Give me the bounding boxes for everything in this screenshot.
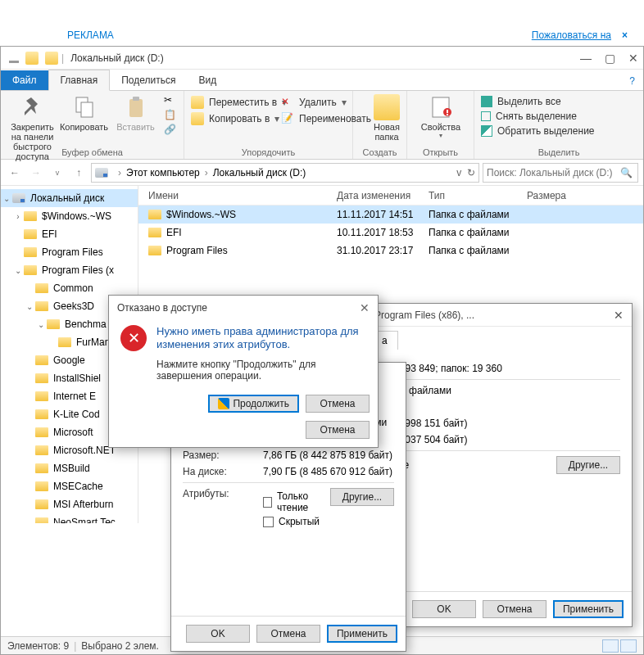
quick-folder-icon[interactable] <box>25 52 39 65</box>
forward-button[interactable]: → <box>27 164 45 182</box>
search-input[interactable] <box>487 167 634 178</box>
cancel-button[interactable]: Отмена <box>306 395 370 413</box>
help-button[interactable]: ? <box>621 72 643 90</box>
file-row[interactable]: EFI10.11.2017 18:53Папка с файлами <box>138 224 643 242</box>
file-name: $Windows.~WS <box>166 209 236 220</box>
ok-button[interactable]: OK <box>186 625 250 643</box>
expand-icon[interactable]: ⌄ <box>24 302 35 311</box>
tree-item[interactable]: ⌄Локальный диск <box>1 189 138 207</box>
file-row[interactable]: $Windows.~WS11.11.2017 14:51Папка с файл… <box>138 206 643 224</box>
folder-icon <box>35 409 48 419</box>
ad-close[interactable]: × <box>622 29 628 41</box>
rename-icon: 📝 <box>281 112 294 125</box>
tree-label: Локальный диск <box>30 192 104 204</box>
address-field[interactable]: › Этот компьютер › Локальный диск (D:) v… <box>91 163 479 183</box>
up-button[interactable]: ↑ <box>70 164 88 182</box>
file-row[interactable]: Program Files31.10.2017 23:17Папка с фай… <box>138 242 643 260</box>
complain-link[interactable]: Пожаловаться на <box>532 29 611 41</box>
paste-shortcut-icon[interactable]: 🔗 <box>164 124 177 137</box>
other-button[interactable]: Другие... <box>556 456 620 474</box>
cut-icon[interactable]: ✂ <box>164 94 177 107</box>
tab-file[interactable]: Файл <box>1 70 48 90</box>
readonly-checkbox[interactable]: Только чтение <box>263 490 330 513</box>
minimize-button[interactable]: — <box>580 52 592 65</box>
paste-icon <box>123 94 149 120</box>
organize-caption: Упорядочить <box>184 147 352 157</box>
hidden-checkbox[interactable]: Скрытый <box>263 516 330 527</box>
folder-icon <box>35 499 48 509</box>
new-folder-button[interactable]: Новая папка <box>360 94 414 142</box>
ad-bar: РЕКЛАМА Пожаловаться на × <box>0 29 644 44</box>
apply-button[interactable]: Применить <box>553 600 624 618</box>
tree-item[interactable]: MSI Afterburn <box>1 495 138 513</box>
ok-button[interactable]: OK <box>412 600 476 618</box>
expand-icon[interactable]: › <box>12 212 24 221</box>
close-button[interactable]: ✕ <box>614 309 624 322</box>
tab-home[interactable]: Главная <box>48 70 111 91</box>
close-button[interactable]: ✕ <box>360 301 370 314</box>
properties-icon <box>428 94 454 120</box>
col-type[interactable]: Тип <box>419 190 517 201</box>
col-name[interactable]: Имени <box>138 190 327 201</box>
tree-label: K-Lite Cod <box>53 409 100 420</box>
properties-button[interactable]: Свойства ▾ <box>414 94 468 139</box>
tree-label: Google <box>53 355 85 366</box>
tree-item[interactable]: ›$Windows.~WS <box>1 207 138 225</box>
search-field[interactable]: 🔍 <box>483 163 638 183</box>
select-all-button[interactable]: Выделить все <box>481 96 637 107</box>
cancel-button-2[interactable]: Отмена <box>306 421 370 439</box>
delete-icon: ✕ <box>281 96 294 109</box>
tree-label: FurMar <box>76 337 108 348</box>
file-name: EFI <box>166 227 182 238</box>
view-details-button[interactable] <box>602 639 619 653</box>
tree-item[interactable]: MSBuild <box>1 459 138 477</box>
tree-item[interactable]: EFI <box>1 225 138 243</box>
expand-icon[interactable]: ⌄ <box>1 194 12 203</box>
tree-item[interactable]: ⌄Program Files (x <box>1 261 138 279</box>
view-icons-button[interactable] <box>620 639 637 653</box>
breadcrumb-root[interactable]: Этот компьютер <box>126 167 200 178</box>
col-date[interactable]: Дата изменения <box>327 190 419 201</box>
ad-label: РЕКЛАМА <box>67 29 114 41</box>
clipboard-caption: Буфер обмена <box>1 147 184 157</box>
tree-item[interactable]: NeoSmart Tec <box>1 513 138 523</box>
dialog-titlebar[interactable]: Отказано в доступе ✕ <box>109 296 378 320</box>
expand-icon[interactable]: ⌄ <box>35 320 47 329</box>
chevron-right-icon: › <box>118 167 121 178</box>
copy-path-icon[interactable]: 📋 <box>164 109 177 122</box>
folder-icon <box>35 427 48 437</box>
dialog-titlebar[interactable]: Program Files (x86), ... ✕ <box>366 304 632 327</box>
attrs-label: Атрибуты: <box>183 488 263 499</box>
folder-icon <box>35 517 48 523</box>
col-size[interactable]: Размера <box>517 190 583 201</box>
folder-icon <box>47 319 60 329</box>
cancel-button[interactable]: Отмена <box>256 625 320 643</box>
cancel-button[interactable]: Отмена <box>483 600 546 618</box>
invert-selection-button[interactable]: Обратить выделение <box>481 125 637 137</box>
folder-icon <box>45 52 58 65</box>
file-type: Папка с файлами <box>419 209 542 220</box>
tab-share[interactable]: Поделиться <box>110 70 187 90</box>
expand-icon[interactable]: ⌄ <box>12 266 24 275</box>
other-button[interactable]: Другие... <box>330 488 394 506</box>
tree-item[interactable]: MSECache <box>1 477 138 495</box>
tree-item[interactable]: Program Files <box>1 243 138 261</box>
file-date: 10.11.2017 18:53 <box>327 227 419 238</box>
continue-button[interactable]: Продолжить <box>208 395 299 413</box>
address-dropdown[interactable]: v ↻ <box>456 167 475 178</box>
apply-button[interactable]: Применить <box>327 625 397 643</box>
maximize-button[interactable]: ▢ <box>605 52 615 65</box>
breadcrumb-drive[interactable]: Локальный диск (D:) <box>213 167 306 178</box>
open-caption: Открыть <box>407 147 474 157</box>
ondisk-label: На диске: <box>183 466 263 477</box>
recent-button[interactable]: v <box>48 164 66 182</box>
select-none-button[interactable]: Снять выделение <box>481 111 637 122</box>
titlebar[interactable]: | Локальный диск (D:) — ▢ ✕ <box>1 47 643 70</box>
folder-icon <box>24 247 37 257</box>
tab-view[interactable]: Вид <box>187 70 228 90</box>
column-headers[interactable]: Имени Дата изменения Тип Размера <box>138 186 643 206</box>
back-button[interactable]: ← <box>6 164 24 182</box>
close-button[interactable]: ✕ <box>628 52 638 65</box>
system-menu-icon[interactable] <box>9 61 19 63</box>
tree-label: MSECache <box>53 481 103 492</box>
